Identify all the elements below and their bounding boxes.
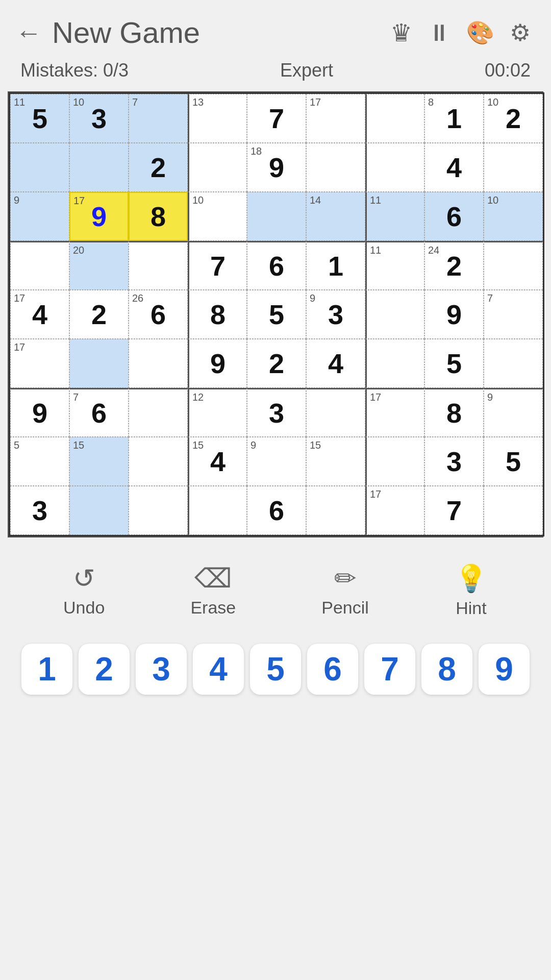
grid-cell[interactable]: 9 [10,388,69,437]
grid-cell[interactable]: 81 [424,94,484,143]
grid-cell[interactable] [484,241,543,290]
grid-cell[interactable]: 9 [188,339,247,388]
grid-cell[interactable]: 7 [188,241,247,290]
grid-cell[interactable]: 6 [424,192,484,241]
grid-cell[interactable]: 17 [306,94,365,143]
num-btn-5[interactable]: 5 [250,644,301,695]
grid-cell[interactable] [484,486,543,535]
grid-cell[interactable]: 5 [247,290,306,339]
grid-cell[interactable] [306,388,365,437]
grid-cell[interactable]: 76 [69,388,129,437]
grid-cell[interactable]: 17 [365,486,424,535]
grid-cell[interactable]: 5 [484,437,543,486]
grid-cell[interactable]: 7 [129,94,188,143]
grid-cell[interactable]: 3 [424,437,484,486]
palette-icon[interactable]: 🎨 [466,19,494,46]
grid-cell[interactable]: 154 [188,437,247,486]
grid-cell[interactable] [10,241,69,290]
grid-cell[interactable]: 8 [424,388,484,437]
grid-cell[interactable]: 15 [69,437,129,486]
grid-cell[interactable]: 115 [10,94,69,143]
grid-cell[interactable] [365,437,424,486]
grid-cell[interactable]: 9 [10,192,69,241]
grid-cell[interactable]: 2 [247,339,306,388]
grid-cell[interactable]: 5 [10,437,69,486]
grid-cell[interactable]: 11 [365,192,424,241]
grid-cell[interactable]: 103 [69,94,129,143]
grid-cell[interactable] [129,486,188,535]
grid-cell[interactable] [365,290,424,339]
grid-cell[interactable]: 2 [129,143,188,192]
grid-cell[interactable]: 93 [306,290,365,339]
pause-icon[interactable]: ⏸ [428,19,451,46]
num-btn-7[interactable]: 7 [364,644,415,695]
grid-cell[interactable]: 17 [365,388,424,437]
grid-cell[interactable]: 189 [247,143,306,192]
num-btn-1[interactable]: 1 [21,644,72,695]
grid-cell[interactable]: 174 [10,290,69,339]
pencil-button[interactable]: ✏ Pencil [321,563,369,618]
grid-cell[interactable]: 8 [188,290,247,339]
grid-cell[interactable]: 102 [484,94,543,143]
grid-cell[interactable]: 8 [129,192,188,241]
grid-cell[interactable]: 3 [10,486,69,535]
grid-cell[interactable] [484,339,543,388]
grid-cell[interactable]: 9 [247,437,306,486]
grid-cell[interactable] [129,388,188,437]
grid-cell[interactable] [69,143,129,192]
grid-cell[interactable]: 5 [424,339,484,388]
grid-cell[interactable] [247,192,306,241]
grid-cell[interactable]: 14 [306,192,365,241]
grid-cell[interactable] [10,143,69,192]
grid-cell[interactable]: 242 [424,241,484,290]
grid-cell[interactable] [69,486,129,535]
grid-cell[interactable] [188,486,247,535]
grid-cell[interactable]: 4 [306,339,365,388]
grid-cell[interactable]: 17 [10,339,69,388]
cell-clue: 18 [251,145,262,157]
grid-cell[interactable] [129,339,188,388]
grid-cell[interactable]: 9 [484,388,543,437]
grid-cell[interactable]: 266 [129,290,188,339]
num-btn-6[interactable]: 6 [307,644,358,695]
grid-cell[interactable]: 7 [247,94,306,143]
grid-cell[interactable] [365,94,424,143]
grid-cell[interactable]: 20 [69,241,129,290]
grid-cell[interactable]: 4 [424,143,484,192]
grid-cell[interactable]: 2 [69,290,129,339]
grid-cell[interactable] [365,143,424,192]
grid-cell[interactable]: 10 [484,192,543,241]
num-btn-9[interactable]: 9 [479,644,530,695]
hint-button[interactable]: 💡 Hint [455,563,488,618]
grid-cell[interactable]: 9 [424,290,484,339]
undo-button[interactable]: ↺ Undo [63,563,105,618]
grid-cell[interactable]: 13 [188,94,247,143]
erase-button[interactable]: ⌫ Erase [190,563,236,618]
grid-cell[interactable]: 15 [306,437,365,486]
grid-cell[interactable] [306,143,365,192]
num-btn-3[interactable]: 3 [136,644,187,695]
num-btn-8[interactable]: 8 [421,644,472,695]
grid-cell[interactable]: 6 [247,241,306,290]
grid-cell[interactable] [306,486,365,535]
grid-cell[interactable] [365,339,424,388]
grid-cell[interactable]: 3 [247,388,306,437]
crown-icon[interactable]: ♛ [390,18,412,47]
grid-cell[interactable]: 7 [484,290,543,339]
grid-cell[interactable]: 6 [247,486,306,535]
grid-cell[interactable] [188,143,247,192]
grid-cell[interactable] [484,143,543,192]
grid-cell[interactable] [69,339,129,388]
grid-cell[interactable]: 10 [188,192,247,241]
num-btn-4[interactable]: 4 [193,644,244,695]
back-button[interactable]: ← [15,19,42,46]
num-btn-2[interactable]: 2 [79,644,130,695]
settings-icon[interactable]: ⚙ [510,19,531,46]
grid-cell[interactable] [129,437,188,486]
grid-cell[interactable]: 11 [365,241,424,290]
grid-cell[interactable]: 179 [69,192,129,241]
grid-cell[interactable]: 12 [188,388,247,437]
grid-cell[interactable]: 1 [306,241,365,290]
grid-cell[interactable]: 7 [424,486,484,535]
grid-cell[interactable] [129,241,188,290]
